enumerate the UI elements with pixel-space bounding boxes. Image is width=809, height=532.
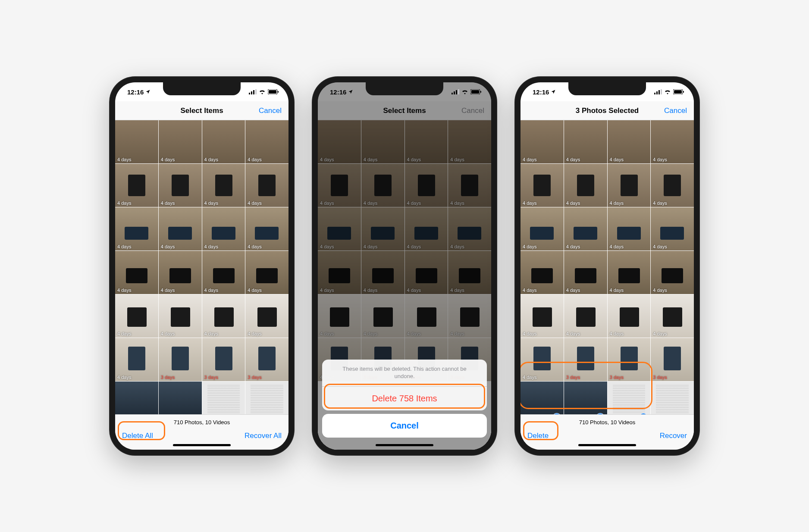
photo-thumbnail[interactable]: 4 days (202, 164, 245, 207)
photo-thumbnail[interactable]: 4 days (651, 251, 694, 294)
location-icon (348, 89, 353, 94)
photo-thumbnail[interactable]: 3 days (159, 382, 202, 414)
days-remaining-badge: 4 days (248, 288, 261, 293)
photo-thumbnail[interactable]: 4 days (202, 120, 245, 163)
delete-all-button[interactable]: Delete All (122, 432, 153, 440)
status-time: 12:16 (127, 88, 144, 96)
photo-grid[interactable]: 4 days4 days4 days4 days4 days4 days4 da… (521, 120, 694, 414)
cancel-button[interactable]: Cancel (664, 106, 687, 115)
photo-thumbnail[interactable]: 4 days (521, 338, 564, 381)
photo-thumbnail[interactable]: 4 days (115, 294, 158, 338)
photo-thumbnail[interactable]: 4 days (159, 294, 202, 338)
recover-button[interactable]: Recover (660, 432, 687, 440)
days-remaining-badge: 4 days (610, 331, 624, 336)
photo-thumbnail[interactable]: 4 days (651, 120, 694, 163)
photo-thumbnail[interactable]: 4 days (245, 294, 288, 338)
days-remaining-badge: 4 days (653, 200, 667, 206)
photo-thumbnail[interactable]: 4 days (521, 120, 564, 163)
photo-thumbnail[interactable]: 4 days (115, 251, 158, 294)
photo-thumbnail[interactable]: 3 days (521, 382, 564, 414)
notch (163, 82, 241, 95)
photo-thumbnail[interactable]: 4 days (159, 120, 202, 163)
photo-thumbnail[interactable]: 4 days (608, 251, 651, 294)
photo-thumbnail[interactable]: 3 days (564, 338, 607, 381)
signal-icon (249, 89, 257, 94)
cancel-button[interactable]: Cancel (259, 106, 282, 115)
photo-thumbnail[interactable]: 4 days (202, 294, 245, 338)
photo-thumbnail[interactable]: 3 days (608, 338, 651, 381)
home-indicator[interactable] (578, 444, 636, 446)
photo-thumbnail[interactable]: 4 days (115, 164, 158, 207)
photo-thumbnail[interactable]: 4 days (521, 294, 564, 338)
photo-thumbnail[interactable]: 4 days (564, 294, 607, 338)
photo-thumbnail[interactable]: 3 days (159, 338, 202, 381)
photo-thumbnail[interactable]: 4 days (202, 251, 245, 294)
photo-thumbnail[interactable]: 4 days (608, 207, 651, 250)
photo-thumbnail[interactable]: 3 days (651, 382, 694, 414)
days-remaining-badge: 4 days (523, 288, 536, 293)
photo-thumbnail[interactable]: 4 days (651, 164, 694, 207)
days-remaining-badge: 4 days (248, 157, 261, 162)
photo-thumbnail[interactable]: 4 days (564, 251, 607, 294)
days-remaining-badge: 4 days (248, 244, 261, 249)
photo-thumbnail[interactable]: 3 days (115, 382, 158, 414)
days-remaining-badge: 4 days (523, 331, 536, 336)
home-indicator[interactable] (173, 444, 231, 446)
days-remaining-badge: 4 days (653, 244, 667, 249)
home-indicator[interactable] (376, 444, 433, 446)
notch (366, 82, 443, 95)
nav-bar: Select Items Cancel (115, 101, 288, 120)
photo-thumbnail[interactable]: 4 days (564, 207, 607, 250)
location-icon (551, 89, 556, 94)
photo-thumbnail[interactable]: 4 days (115, 120, 158, 163)
days-remaining-badge: 4 days (566, 331, 580, 336)
days-remaining-badge: 4 days (204, 331, 218, 336)
photo-thumbnail[interactable]: 3 days (202, 338, 245, 381)
days-remaining-badge: 4 days (117, 288, 131, 293)
days-remaining-badge: 4 days (523, 200, 536, 206)
photo-thumbnail[interactable]: 4 days (564, 120, 607, 163)
photo-thumbnail[interactable]: 3 days (202, 382, 245, 414)
days-remaining-badge: 4 days (117, 244, 131, 249)
photo-thumbnail[interactable]: 4 days (521, 207, 564, 250)
days-remaining-badge: 4 days (161, 244, 175, 249)
photo-thumbnail[interactable]: 4 days (202, 207, 245, 250)
photo-thumbnail[interactable]: 4 days (608, 120, 651, 163)
photo-thumbnail[interactable]: 4 days (651, 294, 694, 338)
photo-thumbnail[interactable]: 4 days (608, 164, 651, 207)
photo-thumbnail[interactable]: 3 days (564, 382, 607, 414)
photo-thumbnail[interactable]: 4 days (608, 294, 651, 338)
battery-icon (673, 89, 684, 94)
phone-frame-3: 12:16 3 Photos Selected Cancel 4 (514, 76, 700, 456)
photo-thumbnail[interactable]: 3 days (608, 382, 651, 414)
delete-items-button[interactable]: Delete 758 Items (322, 387, 487, 410)
photo-thumbnail[interactable]: 3 days (651, 338, 694, 381)
photo-thumbnail[interactable]: 4 days (159, 251, 202, 294)
recover-all-button[interactable]: Recover All (245, 432, 282, 440)
photo-thumbnail[interactable]: 4 days (245, 120, 288, 163)
photo-thumbnail[interactable]: 4 days (521, 251, 564, 294)
photo-thumbnail[interactable]: 4 days (651, 207, 694, 250)
photo-thumbnail[interactable]: 4 days (245, 207, 288, 250)
photo-thumbnail[interactable]: 3 days (245, 382, 288, 414)
photo-thumbnail[interactable]: 4 days (159, 207, 202, 250)
days-remaining-badge: 3 days (610, 375, 624, 380)
wifi-icon (664, 89, 671, 94)
photo-grid[interactable]: 4 days4 days4 days4 days4 days4 days4 da… (115, 120, 288, 414)
svg-rect-6 (278, 91, 279, 93)
photo-thumbnail[interactable]: 4 days (521, 164, 564, 207)
photo-thumbnail[interactable]: 4 days (159, 164, 202, 207)
days-remaining-badge: 4 days (653, 288, 667, 293)
svg-rect-16 (658, 90, 660, 94)
delete-button[interactable]: Delete (527, 432, 549, 440)
sheet-cancel-button[interactable]: Cancel (322, 414, 487, 438)
photo-thumbnail[interactable]: 4 days (115, 207, 158, 250)
screen-1: 12:16 Select Items Cancel 4 days (115, 82, 288, 450)
photo-thumbnail[interactable]: 4 days (115, 338, 158, 381)
photo-thumbnail[interactable]: 4 days (564, 164, 607, 207)
photo-thumbnail[interactable]: 4 days (245, 164, 288, 207)
days-remaining-badge: 4 days (523, 244, 536, 249)
photo-thumbnail[interactable]: 4 days (245, 251, 288, 294)
days-remaining-badge: 4 days (610, 200, 624, 206)
photo-thumbnail[interactable]: 3 days (245, 338, 288, 381)
